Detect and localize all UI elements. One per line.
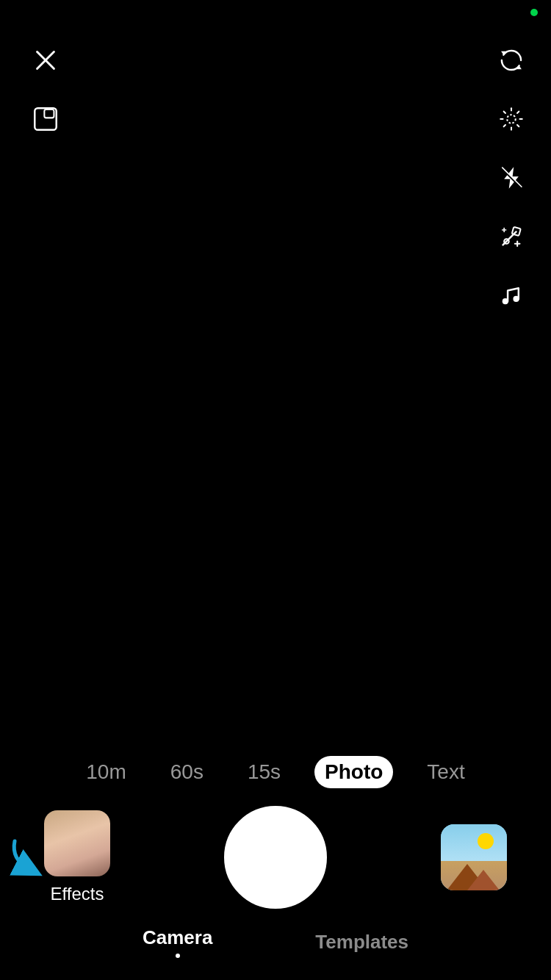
effects-arrow [4,834,48,881]
gallery-thumbnail [441,824,507,890]
camera-tab-label: Camera [143,926,212,949]
effects-thumbnail [44,810,110,876]
top-left-controls [29,44,62,135]
tab-bar: Camera Templates [0,916,551,980]
mode-60s[interactable]: 60s [160,756,214,788]
status-indicator [530,9,538,16]
svg-line-10 [517,125,519,126]
mode-photo[interactable]: Photo [314,756,393,788]
flash-button[interactable] [495,162,527,194]
mode-15s[interactable]: 15s [237,756,291,788]
camera-controls: Effects [0,806,551,909]
top-right-controls [495,44,527,311]
camera-tab-dot [176,954,180,958]
svg-point-22 [503,298,508,304]
music-button[interactable] [495,279,527,311]
effects-label: Effects [51,884,104,904]
close-button[interactable] [29,44,62,76]
mode-selector: 10m 60s 15s Photo Text [0,741,551,806]
mode-text[interactable]: Text [417,756,475,788]
effects-button[interactable]: Effects [44,810,110,904]
tab-templates[interactable]: Templates [315,931,408,954]
magic-effects-button[interactable] [495,220,527,253]
svg-point-4 [507,115,515,123]
svg-line-9 [504,112,505,113]
rotate-camera-button[interactable] [495,44,527,76]
bottom-area: 10m 60s 15s Photo Text [0,741,551,980]
svg-line-12 [504,125,505,126]
svg-point-23 [513,296,519,302]
svg-line-11 [517,112,519,113]
brightness-button[interactable] [495,103,527,135]
gallery-button[interactable] [441,824,507,890]
mode-10m[interactable]: 10m [76,756,136,788]
tab-camera[interactable]: Camera [143,926,212,958]
templates-tab-label: Templates [315,931,408,954]
pip-button[interactable] [29,103,62,135]
shutter-button[interactable] [224,806,327,909]
svg-rect-3 [44,109,54,118]
